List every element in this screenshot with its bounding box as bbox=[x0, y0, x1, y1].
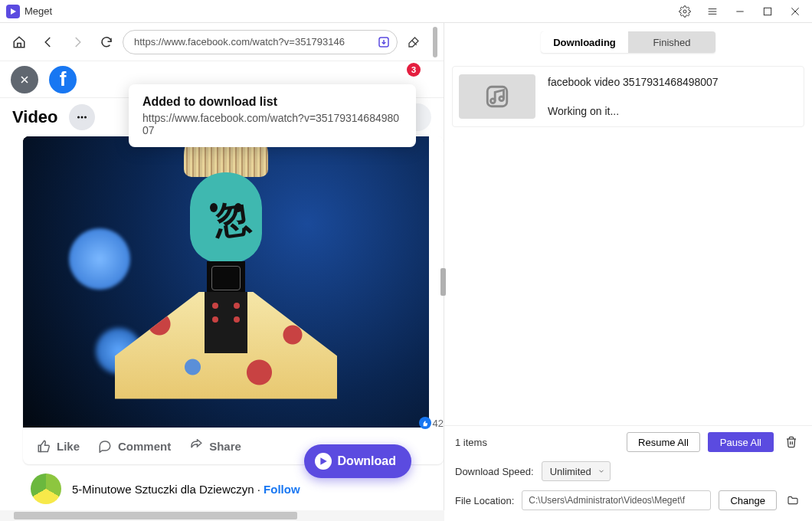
notification-badge: 3 bbox=[407, 63, 421, 77]
app-title: Meget bbox=[25, 5, 674, 17]
forward-button[interactable] bbox=[64, 29, 90, 55]
delete-icon[interactable] bbox=[781, 432, 801, 452]
location-path: C:\Users\Administrator\Videos\Meget\f bbox=[522, 490, 711, 510]
app-logo bbox=[6, 5, 20, 18]
open-folder-icon[interactable] bbox=[784, 492, 801, 509]
download-list: facebook video 3517931468498007 Working … bbox=[444, 61, 812, 425]
more-options-icon[interactable] bbox=[69, 104, 95, 130]
svg-point-12 bbox=[77, 116, 80, 119]
speed-label: Download Speed: bbox=[455, 466, 534, 477]
vertical-scrollbar[interactable] bbox=[433, 27, 437, 57]
close-button[interactable] bbox=[784, 1, 806, 22]
minimize-button[interactable] bbox=[729, 1, 751, 22]
download-item-title: facebook video 3517931468498007 bbox=[548, 76, 797, 88]
share-button[interactable]: Share bbox=[189, 439, 241, 453]
download-item[interactable]: facebook video 3517931468498007 Working … bbox=[452, 66, 804, 127]
video-player[interactable]: 忽 bbox=[23, 136, 429, 428]
svg-point-14 bbox=[84, 116, 87, 119]
svg-rect-5 bbox=[764, 8, 771, 15]
browser-pane: https://www.facebook.com/watch?v=3517931… bbox=[0, 23, 444, 521]
resume-all-button[interactable]: Resume All bbox=[627, 432, 700, 452]
horizontal-scrollbar[interactable] bbox=[0, 510, 444, 521]
tab-finished[interactable]: Finished bbox=[628, 31, 715, 53]
tab-downloading[interactable]: Downloading bbox=[541, 31, 628, 53]
next-post-text: 5-Minutowe Sztuczki dla Dziewczyn · Foll… bbox=[72, 483, 300, 496]
like-count: 42 bbox=[419, 417, 444, 429]
location-label: File Location: bbox=[455, 495, 514, 506]
facebook-logo-icon[interactable]: f bbox=[49, 66, 77, 93]
downloads-pane: Downloading Finished facebook video 3517… bbox=[444, 23, 812, 521]
maximize-button[interactable] bbox=[757, 1, 778, 22]
speed-select[interactable]: Unlimited bbox=[542, 461, 611, 481]
fb-close-icon[interactable] bbox=[11, 66, 38, 93]
items-count: 1 items bbox=[455, 437, 619, 448]
download-button[interactable]: Download bbox=[304, 444, 411, 478]
toast-title: Added to download list bbox=[142, 95, 402, 109]
pane-divider-scroll[interactable] bbox=[440, 268, 446, 296]
change-button[interactable]: Change bbox=[719, 490, 777, 510]
download-item-status: Working on it... bbox=[548, 105, 797, 117]
nav-toolbar: https://www.facebook.com/watch?v=3517931… bbox=[0, 23, 444, 61]
like-icon bbox=[419, 417, 431, 429]
home-button[interactable] bbox=[6, 29, 32, 55]
svg-point-0 bbox=[683, 10, 686, 13]
comment-button[interactable]: Comment bbox=[98, 439, 171, 453]
download-tabs: Downloading Finished bbox=[444, 23, 812, 61]
next-avatar-icon bbox=[31, 473, 61, 504]
toast-url: https://www.facebook.com/watch?v=3517931… bbox=[142, 112, 402, 136]
download-icon bbox=[315, 453, 332, 470]
follow-link[interactable]: Follow bbox=[264, 483, 300, 496]
back-button[interactable] bbox=[35, 29, 61, 55]
pause-all-button[interactable]: Pause All bbox=[708, 432, 774, 452]
reload-button[interactable] bbox=[93, 29, 120, 55]
settings-icon[interactable] bbox=[674, 1, 696, 22]
music-icon bbox=[459, 74, 535, 119]
download-controls: 1 items Resume All Pause All Download Sp… bbox=[444, 425, 812, 521]
download-toast: Added to download list https://www.faceb… bbox=[129, 84, 416, 147]
chevron-down-icon bbox=[598, 467, 605, 475]
next-post[interactable]: 5-Minutowe Sztuczki dla Dziewczyn · Foll… bbox=[31, 473, 444, 504]
clear-icon[interactable] bbox=[401, 29, 427, 55]
url-bar[interactable]: https://www.facebook.com/watch?v=3517931… bbox=[123, 30, 398, 54]
video-card: 忽 42 Like Comment Share bbox=[23, 136, 444, 464]
title-bar: Meget bbox=[0, 0, 812, 23]
menu-icon[interactable] bbox=[702, 1, 723, 22]
url-text: https://www.facebook.com/watch?v=3517931… bbox=[134, 36, 345, 48]
url-download-icon[interactable] bbox=[375, 34, 392, 51]
video-label: Video bbox=[12, 107, 58, 127]
like-button[interactable]: Like bbox=[37, 439, 80, 453]
svg-point-13 bbox=[80, 116, 83, 119]
